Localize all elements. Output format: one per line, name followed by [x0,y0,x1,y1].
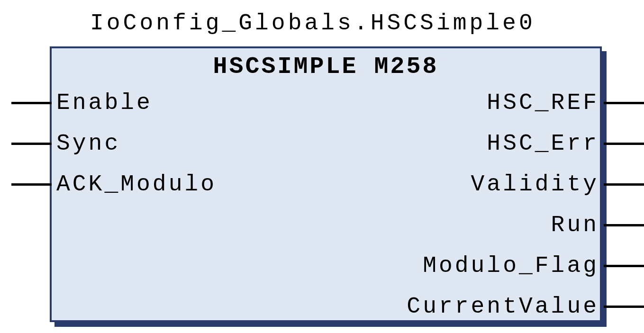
pin-label: CurrentValue [407,294,599,319]
input-pin-sync: Sync [11,124,120,163]
output-pin-hsc-err: HSC_Err [487,124,644,163]
pin-label: Enable [56,90,153,116]
instance-name-label: IoConfig_Globals.HSCSimple0 [90,10,535,36]
wire-icon [604,265,644,267]
pin-label: Run [551,212,599,238]
pin-label: Modulo_Flag [423,253,599,279]
function-block-diagram: IoConfig_Globals.HSCSimple0 HSCSIMPLE M2… [9,9,644,333]
wire-icon [11,143,52,145]
pin-label: HSC_REF [487,90,599,116]
pin-label: ACK_Modulo [56,171,217,197]
pins-area: Enable Sync ACK_Modulo HSC_REF HSC_Err [52,83,600,324]
wire-icon [11,183,52,186]
pin-label: Sync [56,131,120,156]
output-pin-run: Run [551,205,644,245]
output-pin-validity: Validity [471,164,644,204]
pin-label: HSC_Err [487,131,599,156]
pin-label: Validity [471,171,599,197]
wire-icon [11,102,52,104]
wire-icon [604,183,644,186]
wire-icon [604,102,644,104]
function-block: HSCSIMPLE M258 Enable Sync ACK_Modulo [50,46,607,322]
wire-icon [604,306,644,308]
output-pin-hsc-ref: HSC_REF [487,83,644,123]
wire-icon [604,143,644,145]
wire-icon [604,224,644,226]
block-body: HSCSIMPLE M258 Enable Sync ACK_Modulo [50,46,602,322]
block-title: HSCSIMPLE M258 [52,48,600,83]
output-pin-modulo-flag: Modulo_Flag [423,246,644,286]
input-pin-ack-modulo: ACK_Modulo [11,164,217,204]
output-pin-current-value: CurrentValue [407,287,644,326]
input-pin-enable: Enable [11,83,153,123]
